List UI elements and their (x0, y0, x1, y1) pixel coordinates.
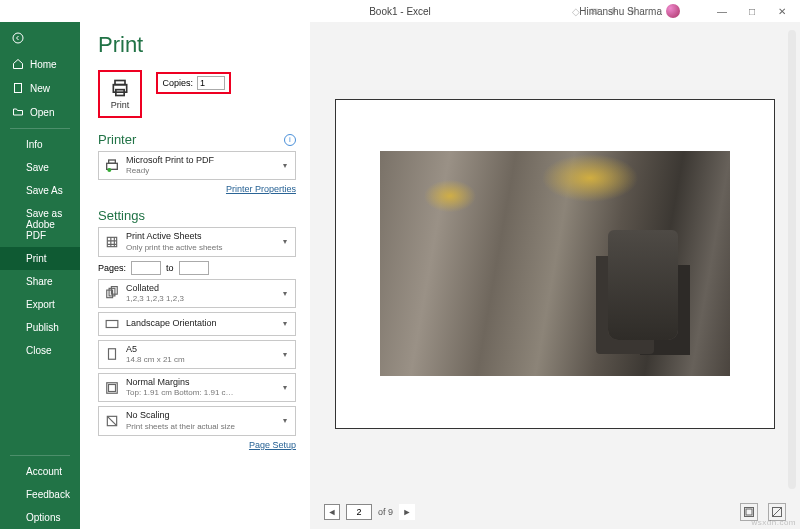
sidebar-item-label: Info (26, 139, 43, 150)
page-title: Print (98, 32, 296, 58)
margins-select[interactable]: Normal Margins Top: 1.91 cm Bottom: 1.91… (98, 373, 296, 402)
sidebar-item-account[interactable]: Account (0, 460, 80, 483)
sidebar-item-share[interactable]: Share (0, 270, 80, 293)
page-total-label: of 9 (378, 507, 393, 517)
sidebar-item-home[interactable]: Home (0, 52, 80, 76)
chevron-down-icon: ▾ (280, 350, 290, 359)
print-what-desc: Only print the active sheets (126, 243, 274, 253)
landscape-icon (104, 316, 120, 332)
chevron-down-icon: ▾ (280, 416, 290, 425)
scaling-label: No Scaling (126, 410, 274, 421)
sidebar-item-label: Save As (26, 185, 63, 196)
page-setup-link[interactable]: Page Setup (249, 440, 296, 450)
sidebar-item-saveas[interactable]: Save As (0, 179, 80, 202)
preview-pager: ◄ of 9 ► (310, 495, 800, 529)
copies-control: Copies: (156, 72, 231, 94)
chevron-down-icon: ▾ (280, 383, 290, 392)
sidebar-item-label: New (30, 83, 50, 94)
sidebar-item-label: Share (26, 276, 53, 287)
scaling-select[interactable]: No Scaling Print sheets at their actual … (98, 406, 296, 435)
account-area[interactable]: Himanshu Sharma (579, 4, 680, 18)
svg-rect-8 (107, 237, 116, 246)
collation-desc: 1,2,3 1,2,3 1,2,3 (126, 294, 274, 304)
printer-heading: Printer (98, 132, 136, 147)
print-what-label: Print Active Sheets (126, 231, 274, 242)
printer-properties-link[interactable]: Printer Properties (226, 184, 296, 194)
print-button-label: Print (111, 100, 130, 110)
sidebar-item-label: Publish (26, 322, 59, 333)
paper-icon (104, 346, 120, 362)
sidebar-item-publish[interactable]: Publish (0, 316, 80, 339)
sidebar-item-new[interactable]: New (0, 76, 80, 100)
margins-label: Normal Margins (126, 377, 274, 388)
svg-point-7 (107, 168, 111, 172)
next-page-button[interactable]: ► (399, 504, 415, 520)
scaling-icon (104, 413, 120, 429)
open-icon (12, 106, 24, 118)
svg-rect-12 (106, 320, 118, 327)
copies-input[interactable] (197, 76, 225, 90)
svg-point-0 (13, 33, 23, 43)
new-icon (12, 82, 24, 94)
sidebar-item-close[interactable]: Close (0, 339, 80, 362)
window-close-button[interactable]: ✕ (768, 2, 796, 20)
pages-to-input[interactable] (179, 261, 209, 275)
sidebar-item-label: Open (30, 107, 54, 118)
paper-size-select[interactable]: A5 14.8 cm x 21 cm ▾ (98, 340, 296, 369)
home-icon (12, 58, 24, 70)
user-name: Himanshu Sharma (579, 6, 662, 17)
sidebar-item-label: Options (26, 512, 60, 523)
printer-info-icon[interactable]: i (284, 134, 296, 146)
page-number-input[interactable] (346, 504, 372, 520)
collated-icon (104, 285, 120, 301)
sidebar-item-info[interactable]: Info (0, 133, 80, 156)
back-button[interactable] (0, 22, 80, 52)
watermark: wsxdn.com (751, 518, 796, 527)
margins-desc: Top: 1.91 cm Bottom: 1.91 c… (126, 388, 274, 398)
sidebar-separator (10, 455, 70, 456)
title-bar: Book1 - Excel ◇ ✉ ✈ ✈ Himanshu Sharma — … (0, 0, 800, 22)
window-minimize-button[interactable]: — (708, 2, 736, 20)
chevron-down-icon: ▾ (280, 319, 290, 328)
preview-scrollbar[interactable] (788, 30, 796, 489)
copies-label: Copies: (162, 78, 193, 88)
sidebar-item-options[interactable]: Options (0, 506, 80, 529)
printer-name: Microsoft Print to PDF (126, 155, 274, 166)
printer-device-icon (104, 158, 120, 174)
sidebar-item-feedback[interactable]: Feedback (0, 483, 80, 506)
sidebar-item-label: Account (26, 466, 62, 477)
margins-icon (104, 380, 120, 396)
app-title: Book1 - Excel (369, 6, 431, 17)
sheets-icon (104, 234, 120, 250)
sidebar-item-label: Save (26, 162, 49, 173)
pages-to-label: to (166, 263, 174, 273)
sidebar-item-label: Export (26, 299, 55, 310)
orientation-label: Landscape Orientation (126, 318, 274, 329)
orientation-select[interactable]: Landscape Orientation ▾ (98, 312, 296, 336)
paper-desc: 14.8 cm x 21 cm (126, 355, 274, 365)
printer-select[interactable]: Microsoft Print to PDF Ready ▾ (98, 151, 296, 180)
sidebar-item-save[interactable]: Save (0, 156, 80, 179)
sidebar-item-label: Print (26, 253, 47, 264)
scaling-desc: Print sheets at their actual size (126, 422, 274, 432)
print-what-select[interactable]: Print Active Sheets Only print the activ… (98, 227, 296, 256)
sidebar-item-save-adobe-pdf[interactable]: Save as Adobe PDF (0, 202, 80, 247)
pages-range-row: Pages: to (98, 261, 296, 275)
window-maximize-button[interactable]: □ (738, 2, 766, 20)
sidebar-item-label: Feedback (26, 489, 70, 500)
pages-from-input[interactable] (131, 261, 161, 275)
paper-label: A5 (126, 344, 274, 355)
prev-page-button[interactable]: ◄ (324, 504, 340, 520)
sidebar-item-open[interactable]: Open (0, 100, 80, 124)
preview-page (335, 99, 775, 429)
chevron-down-icon: ▾ (280, 161, 290, 170)
pages-label: Pages: (98, 263, 126, 273)
print-preview-area: ◄ of 9 ► wsxdn.com (310, 22, 800, 529)
sidebar-item-export[interactable]: Export (0, 293, 80, 316)
print-button[interactable]: Print (98, 70, 142, 118)
sidebar-item-print[interactable]: Print (0, 247, 80, 270)
collation-label: Collated (126, 283, 274, 294)
svg-rect-18 (746, 509, 752, 515)
collation-select[interactable]: Collated 1,2,3 1,2,3 1,2,3 ▾ (98, 279, 296, 308)
preview-image (380, 151, 730, 376)
